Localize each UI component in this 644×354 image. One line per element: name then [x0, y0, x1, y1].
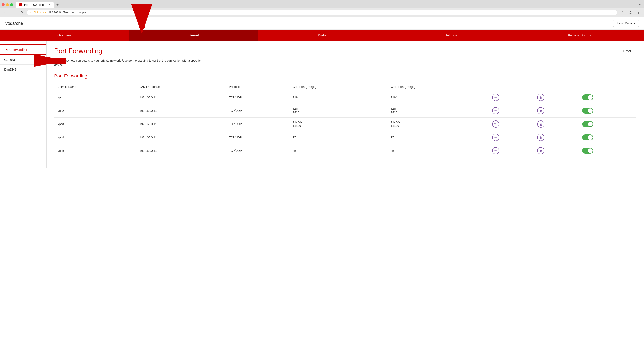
delete-button-row-3[interactable]: 🗑: [537, 134, 544, 141]
delete-button-row-2[interactable]: 🗑: [537, 121, 544, 128]
sidebar-item-dyndns[interactable]: DynDNS: [0, 65, 46, 74]
cell-protocol: TCP/UDP: [226, 104, 290, 118]
new-tab-button[interactable]: +: [54, 2, 60, 8]
table-row: vpn4 192.168.0.11 TCP/UDP 95 95 ✏ 🗑: [54, 131, 636, 144]
cell-protocol: TCP/UDP: [226, 91, 290, 104]
col-lan-ip: LAN IP Address: [136, 83, 226, 91]
cell-edit-action: ✏: [489, 131, 534, 144]
col-toggle: [579, 83, 636, 91]
delete-button-row-1[interactable]: 🗑: [537, 107, 544, 114]
toggle-knob: [588, 95, 592, 100]
browser-tab[interactable]: Port Forwarding ✕: [16, 2, 54, 8]
tab-favicon: [19, 3, 22, 6]
back-button[interactable]: ←: [2, 9, 8, 15]
cell-toggle-action: [579, 91, 636, 104]
delete-button-row-4[interactable]: 🗑: [537, 147, 544, 154]
cell-lan-ip: 192.168.0.11: [136, 131, 226, 144]
table-row: vpn2 192.168.0.11 TCP/UDP 1400- 1420 140…: [54, 104, 636, 118]
tab-more-button[interactable]: ▾: [637, 2, 642, 7]
delete-button-row-0[interactable]: 🗑: [537, 94, 544, 101]
cell-delete-action: 🗑: [534, 131, 579, 144]
sidebar-item-port-forwarding[interactable]: Port Forwarding: [0, 45, 46, 55]
cell-toggle-action: [579, 118, 636, 131]
tab-internet[interactable]: Internet: [129, 30, 258, 41]
cell-service-name: vpn3: [54, 118, 136, 131]
toggle-row-1[interactable]: [582, 108, 593, 114]
browser-menu-button[interactable]: ⋮: [636, 9, 642, 15]
col-edit: [489, 83, 534, 91]
cell-delete-action: 🗑: [534, 104, 579, 118]
sidebar-item-general[interactable]: General: [0, 55, 46, 65]
col-wan-port: WAN Port (Range): [387, 83, 489, 91]
toggle-knob: [588, 148, 592, 153]
cell-lan-port: 85: [290, 144, 387, 158]
sidebar: Port Forwarding General DynDNS: [0, 41, 46, 168]
cell-lan-ip: 192.168.0.11: [136, 104, 226, 118]
not-secure-label: Not Secure: [34, 11, 47, 14]
cell-service-name: vpn2: [54, 104, 136, 118]
window-close-btn[interactable]: [2, 3, 5, 6]
url-display: 192.168.0.1/?net_port_mapping: [48, 11, 88, 14]
cell-toggle-action: [579, 144, 636, 158]
tab-title: Port Forwarding: [24, 3, 44, 6]
tab-overview[interactable]: Overview: [0, 30, 129, 41]
cell-lan-port: 1400- 1420: [290, 104, 387, 118]
table-row: vpnfr 192.168.0.11 TCP/UDP 85 85 ✏ 🗑: [54, 144, 636, 158]
cell-edit-action: ✏: [489, 118, 534, 131]
tab-status-support[interactable]: Status & Support: [515, 30, 644, 41]
cell-wan-port: 1194: [387, 91, 489, 104]
toggle-knob: [588, 108, 592, 113]
port-forwarding-table: Service Name LAN IP Address Protocol LAN…: [54, 83, 636, 157]
cell-wan-port: 95: [387, 131, 489, 144]
toggle-row-0[interactable]: [582, 94, 593, 100]
cell-lan-port: 95: [290, 131, 387, 144]
toggle-row-2[interactable]: [582, 121, 593, 127]
toggle-row-3[interactable]: [582, 134, 593, 140]
cell-toggle-action: [579, 131, 636, 144]
cell-edit-action: ✏: [489, 91, 534, 104]
content-area: Port Forwarding Reset Connect remote com…: [46, 41, 644, 168]
router-header: Vodafone Basic Mode ▾: [0, 17, 644, 30]
nav-tabs: Overview Internet Wi-Fi Settings Status …: [0, 30, 644, 41]
section-title: Port Forwarding: [54, 73, 636, 79]
tab-wifi[interactable]: Wi-Fi: [258, 30, 386, 41]
bookmark-button[interactable]: ☆: [620, 9, 626, 15]
cell-edit-action: ✏: [489, 144, 534, 158]
col-protocol: Protocol: [226, 83, 290, 91]
cell-lan-port: 1194: [290, 91, 387, 104]
cell-protocol: TCP/UDP: [226, 131, 290, 144]
toggle-knob: [588, 122, 592, 126]
mode-chevron-icon: ▾: [634, 22, 635, 25]
window-maximize-btn[interactable]: [10, 3, 13, 6]
refresh-button[interactable]: ↻: [18, 9, 24, 15]
edit-button-row-1[interactable]: ✏: [492, 107, 499, 114]
forward-button[interactable]: →: [10, 9, 16, 15]
reset-button[interactable]: Reset: [618, 47, 636, 55]
edit-button-row-2[interactable]: ✏: [492, 121, 499, 128]
cell-lan-port: 11400- 11420: [290, 118, 387, 131]
tab-close-icon[interactable]: ✕: [48, 3, 50, 6]
toggle-row-4[interactable]: [582, 148, 593, 154]
col-service-name: Service Name: [54, 83, 136, 91]
edit-button-row-0[interactable]: ✏: [492, 94, 499, 101]
svg-point-1: [630, 11, 631, 13]
mode-selector[interactable]: Basic Mode ▾: [613, 20, 639, 27]
cell-protocol: TCP/UDP: [226, 118, 290, 131]
cell-wan-port: 85: [387, 144, 489, 158]
tab-settings[interactable]: Settings: [386, 30, 515, 41]
table-row: vpn 192.168.0.11 TCP/UDP 1194 1194 ✏ 🗑: [54, 91, 636, 104]
brand-name: Vodafone: [5, 21, 23, 26]
col-lan-port: LAN Port (Range): [290, 83, 387, 91]
window-minimize-btn[interactable]: [6, 3, 9, 6]
cell-wan-port: 11400- 11420: [387, 118, 489, 131]
cell-protocol: TCP/UDP: [226, 144, 290, 158]
cell-delete-action: 🗑: [534, 144, 579, 158]
table-row: vpn3 192.168.0.11 TCP/UDP 11400- 11420 1…: [54, 118, 636, 131]
address-bar[interactable]: ⚠ Not Secure 192.168.0.1/?net_port_mappi…: [27, 10, 617, 15]
cell-lan-ip: 192.168.0.11: [136, 144, 226, 158]
cell-lan-ip: 192.168.0.11: [136, 118, 226, 131]
security-icon: ⚠: [30, 11, 32, 14]
edit-button-row-3[interactable]: ✏: [492, 134, 499, 141]
profile-button[interactable]: [628, 9, 634, 15]
edit-button-row-4[interactable]: ✏: [492, 147, 499, 154]
